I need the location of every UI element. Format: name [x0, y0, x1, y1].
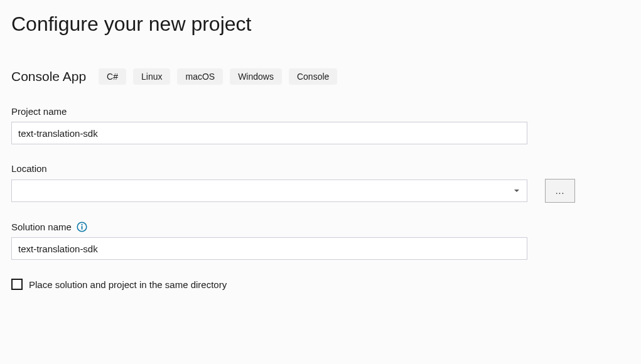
template-name: Console App	[11, 69, 86, 84]
solution-name-input[interactable]	[11, 237, 527, 260]
solution-name-label-text: Solution name	[11, 222, 72, 232]
same-directory-checkbox[interactable]	[11, 279, 23, 290]
tag-macos: macOS	[177, 68, 223, 85]
template-tags: C# Linux macOS Windows Console	[99, 68, 337, 85]
tag-console: Console	[289, 68, 337, 85]
same-directory-label[interactable]: Place solution and project in the same d…	[29, 279, 227, 290]
chevron-down-icon	[514, 190, 519, 192]
solution-name-field: Solution name	[11, 222, 630, 260]
tag-windows: Windows	[230, 68, 282, 85]
browse-button[interactable]: ...	[545, 179, 575, 203]
tag-linux: Linux	[133, 68, 170, 85]
project-name-field: Project name	[11, 106, 630, 144]
svg-rect-2	[82, 226, 83, 230]
tag-csharp: C#	[99, 68, 126, 85]
location-field: Location ...	[11, 163, 630, 203]
location-label: Location	[11, 163, 630, 174]
location-combobox[interactable]	[11, 179, 527, 202]
solution-name-label: Solution name	[11, 222, 630, 232]
info-icon[interactable]	[77, 222, 87, 232]
page-title: Configure your new project	[11, 13, 630, 36]
project-name-label: Project name	[11, 106, 630, 117]
project-name-input[interactable]	[11, 122, 527, 144]
template-row: Console App C# Linux macOS Windows Conso…	[11, 68, 630, 85]
svg-point-1	[81, 224, 82, 225]
same-directory-row: Place solution and project in the same d…	[11, 279, 630, 290]
